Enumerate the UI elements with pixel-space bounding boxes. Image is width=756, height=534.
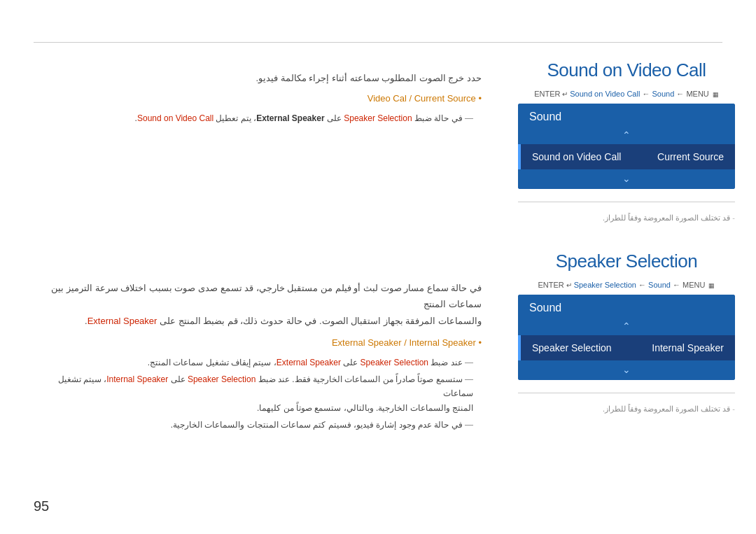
sp-note-2: ستسمع صوتاً صادراً من السماعات الخارجية … xyxy=(34,372,482,415)
sp-breadcrumb: ENTER ↵ Speaker Selection ← Sound ← MENU… xyxy=(518,281,735,289)
sp-ui-box: Sound ⌃ Speaker Selection Internal Speak… xyxy=(518,295,735,380)
sp-bc-sep2: ← xyxy=(673,281,682,289)
sp-bc-sp: Speaker Selection xyxy=(574,281,636,289)
vc-block: Sound on Video Call ENTER ↵ Sound on Vid… xyxy=(518,59,735,223)
sp-selected-left: Speaker Selection xyxy=(532,342,612,353)
arabic-bottom-text: في حالة سماع مسار صوت لبث أو فيلم من مست… xyxy=(34,280,482,433)
sp-note-1: عند ضبط Speaker Selection على External S… xyxy=(34,356,482,370)
vc-note: - قد تختلف الصورة المعروضة وفقاً للطراز. xyxy=(518,213,735,223)
vc-bc-sep1: ← xyxy=(642,90,652,98)
sp-bc-sound: Sound xyxy=(648,281,671,289)
vc-bc-vc: Sound on Video Call xyxy=(570,90,640,98)
arabic-intro-text: حدد خرج الصوت المطلوب سماعته أثناء إجراء… xyxy=(34,70,482,86)
sp-menu-icon: ▦ xyxy=(708,282,715,289)
top-rule xyxy=(34,42,722,43)
vc-selected-row: Sound on Video Call Current Source xyxy=(518,144,735,169)
left-panel-top: حدد خرج الصوت المطلوب سماعته أثناء إجراء… xyxy=(34,49,482,125)
vc-bc-menu: MENU xyxy=(686,90,708,98)
sp-divider xyxy=(518,393,735,393)
vc-bc-sound: Sound xyxy=(652,90,674,98)
vc-chevron-down-icon: ⌄ xyxy=(622,173,631,184)
right-panel: Sound on Video Call ENTER ↵ Sound on Vid… xyxy=(518,49,735,414)
vc-chevron-up-icon: ⌃ xyxy=(622,129,631,141)
sp-block: Speaker Selection ENTER ↵ Speaker Select… xyxy=(518,251,735,414)
sp-chevron-up-icon: ⌃ xyxy=(622,321,631,332)
sp-title: Speaker Selection xyxy=(518,251,735,272)
vc-ui-box: Sound ⌃ Sound on Video Call Current Sour… xyxy=(518,104,735,189)
page-number: 95 xyxy=(34,498,49,514)
sp-note-dash: - xyxy=(730,405,735,413)
vc-enter-label: ENTER xyxy=(534,90,560,98)
vc-note-text: في حالة ضبط Speaker Selection على Extern… xyxy=(135,113,463,123)
sp-box-header: Sound xyxy=(518,295,735,318)
vc-bc-sep2: ← xyxy=(676,90,686,98)
sp-box-header-label: Sound xyxy=(529,302,561,314)
vc-bullet: Video Cal / Current Source xyxy=(34,90,482,106)
vc-note-line: في حالة ضبط Speaker Selection على Extern… xyxy=(34,111,482,125)
vc-chevron-up-row: ⌃ xyxy=(518,127,735,144)
sp-selected-row: Speaker Selection Internal Speaker xyxy=(518,335,735,360)
sp-selected-right: Internal Speaker xyxy=(652,342,724,353)
vc-breadcrumb: ENTER ↵ Sound on Video Call ← Sound ← ME… xyxy=(518,90,735,98)
vc-selected-right: Current Source xyxy=(657,151,724,162)
vc-chevron-down-row: ⌄ xyxy=(518,169,735,189)
vc-note-label: قد تختلف الصورة المعروضة وفقاً للطراز. xyxy=(603,213,730,222)
sp-enter-icon: ↵ xyxy=(566,281,574,289)
sp-bc-menu: MENU xyxy=(682,281,705,289)
vc-divider xyxy=(518,202,735,202)
sp-note-label: قد تختلف الصورة المعروضة وفقاً للطراز. xyxy=(603,405,730,413)
sp-note-3: في حالة عدم وجود إشارة فيديو، فسيتم كتم … xyxy=(34,418,482,432)
sp-bc-sep1: ← xyxy=(638,281,648,289)
vc-selected-left: Sound on Video Call xyxy=(532,151,621,162)
vc-menu-icon: ▦ xyxy=(713,91,719,98)
vc-note-dash: - xyxy=(730,213,735,222)
arabic-main-text: حدد خرج الصوت المطلوب سماعته أثناء إجراء… xyxy=(34,70,482,125)
vc-title: Sound on Video Call xyxy=(518,59,735,81)
sp-chevron-down-icon: ⌄ xyxy=(622,364,631,375)
sp-bullet: External Speaker / Internal Speaker xyxy=(34,335,482,351)
vc-box-header-label: Sound xyxy=(529,111,561,123)
sp-chevron-down-row: ⌄ xyxy=(518,360,735,380)
sp-enter-label: ENTER xyxy=(538,281,564,289)
vc-box-header: Sound xyxy=(518,104,735,127)
sp-chevron-up-row: ⌃ xyxy=(518,318,735,335)
vc-enter-icon: ↵ xyxy=(562,90,570,98)
sp-note: - قد تختلف الصورة المعروضة وفقاً للطراز. xyxy=(518,405,735,414)
sp-intro-text: في حالة سماع مسار صوت لبث أو فيلم من مست… xyxy=(34,280,482,329)
left-panel-bottom: في حالة سماع مسار صوت لبث أو فيلم من مست… xyxy=(34,280,482,433)
